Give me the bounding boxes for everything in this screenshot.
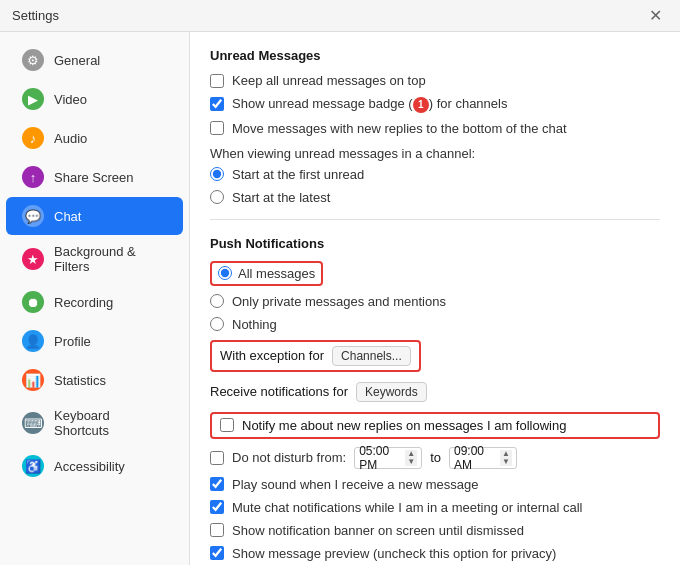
latest-radio[interactable]: [210, 190, 224, 204]
sidebar-item-label-audio: Audio: [54, 131, 87, 146]
sidebar: ⚙General▶Video♪Audio↑Share Screen💬Chat★B…: [0, 32, 190, 565]
sidebar-item-label-general: General: [54, 53, 100, 68]
show-badge-label: Show unread message badge (1) for channe…: [232, 96, 507, 113]
show-preview-checkbox[interactable]: [210, 546, 224, 560]
move-replies-checkbox[interactable]: [210, 121, 224, 135]
show-badge-checkbox[interactable]: [210, 97, 224, 111]
sidebar-item-keyboard[interactable]: ⌨Keyboard Shortcuts: [6, 400, 183, 446]
recording-icon: ⏺: [22, 291, 44, 313]
to-time-input[interactable]: 09:00 AM ▲ ▼: [449, 447, 517, 469]
channel-viewing-label: When viewing unread messages in a channe…: [210, 146, 660, 161]
sidebar-item-statistics[interactable]: 📊Statistics: [6, 361, 183, 399]
accessibility-icon: ♿: [22, 455, 44, 477]
video-icon: ▶: [22, 88, 44, 110]
option-move-replies: Move messages with new replies to the bo…: [210, 121, 660, 136]
sidebar-item-profile[interactable]: 👤Profile: [6, 322, 183, 360]
divider-1: [210, 219, 660, 220]
keep-top-label: Keep all unread messages on top: [232, 73, 426, 88]
private-only-radio[interactable]: [210, 294, 224, 308]
show-preview-row: Show message preview (uncheck this optio…: [210, 546, 660, 561]
first-unread-label: Start at the first unread: [232, 167, 364, 182]
show-banner-checkbox[interactable]: [210, 523, 224, 537]
sidebar-item-video[interactable]: ▶Video: [6, 80, 183, 118]
unread-messages-section: Unread Messages Keep all unread messages…: [210, 48, 660, 205]
sidebar-item-background[interactable]: ★Background & Filters: [6, 236, 183, 282]
sidebar-item-label-profile: Profile: [54, 334, 91, 349]
option-first-unread: Start at the first unread: [210, 167, 660, 182]
title-bar: Settings ✕: [0, 0, 680, 32]
channels-button[interactable]: Channels...: [332, 346, 411, 366]
sidebar-item-label-keyboard: Keyboard Shortcuts: [54, 408, 167, 438]
keep-top-checkbox[interactable]: [210, 74, 224, 88]
show-preview-label: Show message preview (uncheck this optio…: [232, 546, 556, 561]
do-not-disturb-checkbox[interactable]: [210, 451, 224, 465]
all-messages-label: All messages: [238, 266, 315, 281]
sidebar-item-chat[interactable]: 💬Chat: [6, 197, 183, 235]
receive-row: Receive notifications for Keywords: [210, 382, 660, 402]
latest-label: Start at the latest: [232, 190, 330, 205]
sidebar-item-share-screen[interactable]: ↑Share Screen: [6, 158, 183, 196]
chat-icon: 💬: [22, 205, 44, 227]
sidebar-item-label-video: Video: [54, 92, 87, 107]
from-time-input[interactable]: 05:00 PM ▲ ▼: [354, 447, 422, 469]
title-bar-title: Settings: [12, 8, 59, 23]
nothing-label: Nothing: [232, 317, 277, 332]
play-sound-checkbox[interactable]: [210, 477, 224, 491]
sidebar-item-audio[interactable]: ♪Audio: [6, 119, 183, 157]
move-replies-label: Move messages with new replies to the bo…: [232, 121, 567, 136]
notify-following-label: Notify me about new replies on messages …: [242, 418, 566, 433]
push-notifications-title: Push Notifications: [210, 236, 660, 251]
audio-icon: ♪: [22, 127, 44, 149]
private-only-label: Only private messages and mentions: [232, 294, 446, 309]
mute-chat-label: Mute chat notifications while I am in a …: [232, 500, 582, 515]
keyboard-icon: ⌨: [22, 412, 44, 434]
sidebar-item-recording[interactable]: ⏺Recording: [6, 283, 183, 321]
sidebar-item-label-background: Background & Filters: [54, 244, 167, 274]
from-time-down[interactable]: ▼: [405, 458, 417, 466]
first-unread-radio[interactable]: [210, 167, 224, 181]
play-sound-label: Play sound when I receive a new message: [232, 477, 478, 492]
close-button[interactable]: ✕: [643, 4, 668, 27]
with-exception-row: With exception for Channels...: [210, 340, 421, 372]
do-not-disturb-label: Do not disturb from:: [232, 450, 346, 465]
to-label: to: [430, 450, 441, 465]
sidebar-item-label-statistics: Statistics: [54, 373, 106, 388]
to-time-value: 09:00 AM: [454, 444, 498, 472]
do-not-disturb-row: Do not disturb from: 05:00 PM ▲ ▼ to 09:…: [210, 447, 660, 469]
statistics-icon: 📊: [22, 369, 44, 391]
show-banner-label: Show notification banner on screen until…: [232, 523, 524, 538]
option-show-badge: Show unread message badge (1) for channe…: [210, 96, 660, 113]
unread-messages-title: Unread Messages: [210, 48, 660, 63]
general-icon: ⚙: [22, 49, 44, 71]
option-all-messages: All messages: [210, 261, 660, 286]
receive-label: Receive notifications for: [210, 384, 348, 399]
all-messages-radio[interactable]: [218, 266, 232, 280]
sidebar-item-label-recording: Recording: [54, 295, 113, 310]
from-time-value: 05:00 PM: [359, 444, 403, 472]
show-banner-row: Show notification banner on screen until…: [210, 523, 660, 538]
sidebar-item-general[interactable]: ⚙General: [6, 41, 183, 79]
mute-chat-checkbox[interactable]: [210, 500, 224, 514]
play-sound-row: Play sound when I receive a new message: [210, 477, 660, 492]
option-private-only: Only private messages and mentions: [210, 294, 660, 309]
keywords-button[interactable]: Keywords: [356, 382, 427, 402]
option-keep-top: Keep all unread messages on top: [210, 73, 660, 88]
sidebar-item-accessibility[interactable]: ♿Accessibility: [6, 447, 183, 485]
notify-following-row: Notify me about new replies on messages …: [210, 412, 660, 439]
to-time-down[interactable]: ▼: [500, 458, 512, 466]
sidebar-item-label-chat: Chat: [54, 209, 81, 224]
option-latest: Start at the latest: [210, 190, 660, 205]
mute-chat-row: Mute chat notifications while I am in a …: [210, 500, 660, 515]
push-notifications-section: Push Notifications All messages Only pri…: [210, 236, 660, 561]
share-screen-icon: ↑: [22, 166, 44, 188]
option-nothing: Nothing: [210, 317, 660, 332]
with-exception-label: With exception for: [220, 348, 324, 363]
notify-following-checkbox[interactable]: [220, 418, 234, 432]
sidebar-item-label-accessibility: Accessibility: [54, 459, 125, 474]
sidebar-item-label-share-screen: Share Screen: [54, 170, 134, 185]
badge-number: 1: [413, 97, 429, 113]
background-icon: ★: [22, 248, 44, 270]
content-area: Unread Messages Keep all unread messages…: [190, 32, 680, 565]
profile-icon: 👤: [22, 330, 44, 352]
nothing-radio[interactable]: [210, 317, 224, 331]
